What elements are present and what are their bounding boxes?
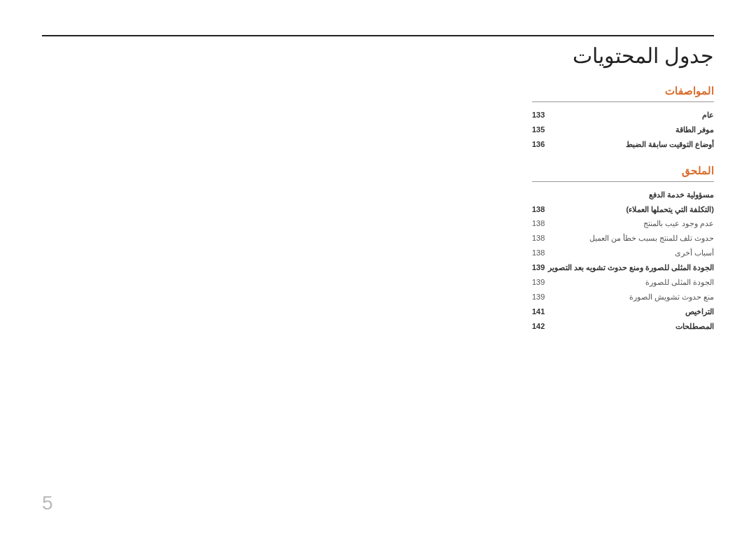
section-heading: المواصفات: [532, 85, 714, 102]
page-title: جدول المحتويات: [42, 43, 714, 68]
entry-label: المصطلحات: [676, 319, 714, 334]
toc-entry: أوضاع التوقيت سابقة الضبط 136: [532, 137, 714, 152]
entry-label: الجودة المثلى للصورة ومنع حدوث تشويه بعد…: [548, 260, 714, 275]
entry-label: عدم وجود عيب بالمنتج: [643, 216, 714, 231]
entry-label: الجودة المثلى للصورة: [645, 275, 714, 290]
entry-label: عام: [702, 108, 714, 122]
toc-entry: حدوث تلف للمنتج بسبب خطأ من العميل 138: [532, 231, 714, 246]
toc-entry: أسباب أخرى 138: [532, 246, 714, 260]
page-number: 5: [42, 492, 53, 514]
entry-label: مسؤولية خدمة الدفع: [649, 188, 714, 202]
entry-label: أسباب أخرى: [675, 246, 714, 260]
toc-entry: منع حدوث تشويش الصورة 139: [532, 290, 714, 304]
entry-page: 135: [532, 122, 545, 137]
toc-entry: المصطلحات 142: [532, 319, 714, 334]
toc-entry: موفر الطاقة 135: [532, 122, 714, 137]
entry-label: أوضاع التوقيت سابقة الضبط: [626, 137, 714, 152]
entry-page: 138: [532, 246, 545, 260]
document-page: جدول المحتويات المواصفات عام 133 موفر ال…: [0, 0, 756, 534]
entry-label: منع حدوث تشويش الصورة: [629, 290, 714, 304]
entry-page: 139: [532, 260, 545, 275]
entry-page: 139: [532, 290, 545, 304]
toc-entry: مسؤولية خدمة الدفع: [532, 188, 714, 202]
entry-page: 133: [532, 108, 545, 122]
entry-page: 142: [532, 319, 545, 334]
entry-page: 138: [532, 216, 545, 231]
toc-entry: التراخيص 141: [532, 304, 714, 319]
entry-page: 136: [532, 137, 545, 152]
toc-entry: الجودة المثلى للصورة ومنع حدوث تشويه بعد…: [532, 260, 714, 275]
toc-entry: عام 133: [532, 108, 714, 122]
toc-entry: (التكلفة التي يتحملها العملاء) 138: [532, 202, 714, 217]
toc-entry: الجودة المثلى للصورة 139: [532, 275, 714, 290]
section-heading: الملحق: [532, 164, 714, 182]
toc-entry: عدم وجود عيب بالمنتج 138: [532, 216, 714, 231]
toc-column: المواصفات عام 133 موفر الطاقة 135 أوضاع …: [532, 85, 714, 334]
entry-label: حدوث تلف للمنتج بسبب خطأ من العميل: [589, 231, 714, 246]
entry-label: (التكلفة التي يتحملها العملاء): [626, 202, 715, 217]
entry-page: 141: [532, 304, 545, 319]
entry-page: 139: [532, 275, 545, 290]
entry-page: 138: [532, 202, 545, 217]
entry-label: التراخيص: [685, 304, 714, 319]
horizontal-rule: [42, 35, 714, 36]
entry-page: 138: [532, 231, 545, 246]
entry-label: موفر الطاقة: [676, 122, 714, 137]
